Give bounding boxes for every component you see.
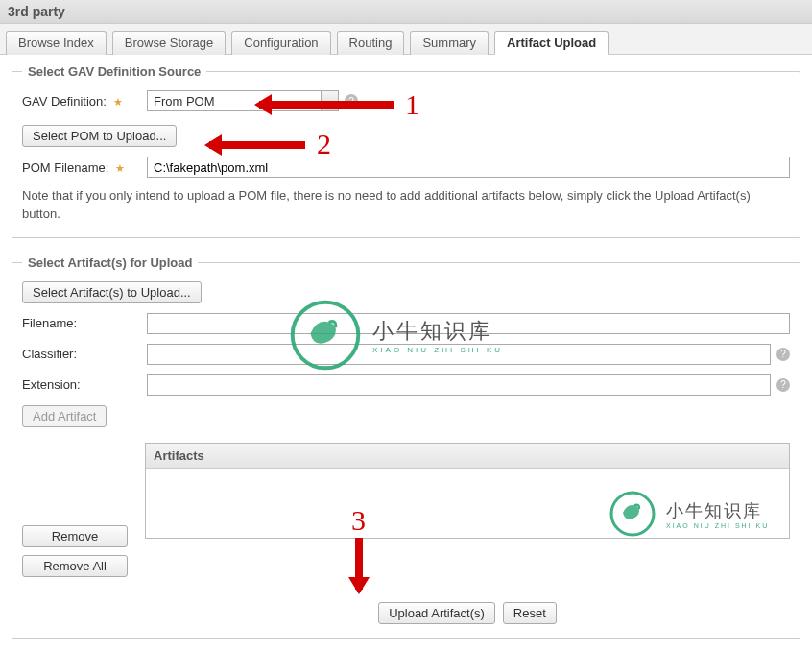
watermark-cn: 小牛知识库 [372, 317, 503, 346]
tab-browse-storage[interactable]: Browse Storage [112, 31, 227, 55]
watermark-en: XIAO NIU ZHI SHI KU [372, 346, 503, 354]
remove-all-button[interactable]: Remove All [22, 555, 128, 577]
required-star-icon: ★ [115, 162, 125, 174]
help-icon[interactable]: ? [776, 378, 790, 392]
filename-label: Filename: [22, 316, 147, 330]
gav-definition-fieldset: Select GAV Definition Source GAV Definit… [12, 64, 800, 238]
tab-summary[interactable]: Summary [410, 31, 489, 55]
watermark-cn: 小牛知识库 [666, 499, 769, 522]
classifier-label: Classifier: [22, 347, 147, 361]
artifact-legend: Select Artifact(s) for Upload [22, 255, 198, 270]
upload-artifacts-button[interactable]: Upload Artifact(s) [378, 602, 495, 624]
extension-label: Extension: [22, 377, 147, 392]
select-pom-button[interactable]: Select POM to Upload... [22, 125, 177, 147]
pom-filename-field[interactable] [147, 157, 790, 178]
tab-artifact-upload[interactable]: Artifact Upload [494, 31, 609, 55]
add-artifact-button[interactable]: Add Artifact [22, 405, 107, 427]
page-title-text: 3rd party [8, 4, 65, 19]
tab-routing[interactable]: Routing [337, 31, 405, 55]
tab-browse-index[interactable]: Browse Index [6, 31, 107, 55]
chevron-down-icon[interactable] [321, 91, 338, 110]
help-icon[interactable]: ? [776, 348, 790, 361]
help-icon[interactable]: ? [345, 94, 358, 108]
tab-configuration[interactable]: Configuration [231, 31, 330, 55]
pom-filename-label: POM Filename: ★ [22, 160, 147, 175]
watermark-logo: 小牛知识库 XIAO NIU ZHI SHI KU [288, 298, 503, 373]
required-star-icon: ★ [113, 96, 123, 108]
page-title: 3rd party [0, 0, 812, 24]
remove-button[interactable]: Remove [22, 525, 128, 547]
gav-definition-label: GAV Definition: ★ [22, 94, 147, 109]
bull-logo-icon [288, 298, 363, 373]
reset-button[interactable]: Reset [503, 602, 557, 624]
gav-legend: Select GAV Definition Source [22, 64, 206, 79]
tab-bar: Browse Index Browse Storage Configuratio… [0, 24, 812, 55]
select-artifacts-button[interactable]: Select Artifact(s) to Upload... [22, 281, 202, 303]
bull-logo-icon [609, 490, 657, 538]
gav-definition-select[interactable]: From POM [147, 90, 339, 111]
gav-definition-value: From POM [148, 94, 321, 109]
watermark-en: XIAO NIU ZHI SHI KU [666, 522, 769, 529]
extension-field[interactable] [147, 374, 771, 396]
artifacts-header: Artifacts [146, 444, 789, 469]
watermark-logo: 小牛知识库 XIAO NIU ZHI SHI KU [609, 490, 769, 538]
gav-note: Note that if you only intend to upload a… [22, 187, 790, 224]
